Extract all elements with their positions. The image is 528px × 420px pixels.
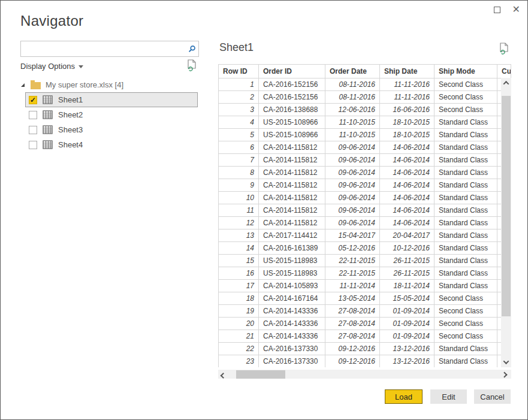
table-cell: CA-2017-114412 [259,229,325,242]
tree-item-sheet1[interactable]: ✓ Sheet1 [25,92,198,107]
table-cell: 14-06-2014 [380,154,435,167]
table-cell: 7 [219,154,259,167]
table-cell: 13 [219,229,259,242]
table-cell: Standard Class [435,217,497,229]
scroll-up-icon[interactable] [501,78,511,88]
table-row: 13CA-2017-11441215-04-201720-04-2017Stan… [219,229,511,242]
navigator-dialog: ✕ Navigator Display Options [0,0,528,420]
sheet-checkbox[interactable] [29,111,37,119]
table-row: 16US-2015-11898322-11-201526-11-2015Stan… [219,267,511,280]
search-icon[interactable] [185,43,198,56]
sheet-checkbox[interactable] [29,126,37,134]
table-row: 1CA-2016-15215608-11-201611-11-2016Secon… [219,78,511,91]
table-cell: 26-11-2015 [380,255,435,267]
tree-item-label: Sheet3 [58,125,83,134]
tree-item-sheet2[interactable]: Sheet2 [25,107,198,122]
window-controls: ✕ [494,5,520,14]
table-row: 4US-2015-10896611-10-201518-10-2015Stand… [219,116,511,129]
table-cell: 09-06-2014 [325,141,380,154]
vertical-scroll-thumb[interactable] [502,96,511,316]
column-header: Cus [497,65,511,78]
cancel-button[interactable]: Cancel [474,389,511,404]
table-cell: 01-09-2014 [380,318,435,330]
table-cell: 5 [219,129,259,141]
table-icon [43,140,53,149]
table-cell: 23 [219,355,259,368]
table-row: 2CA-2016-15215608-11-201611-11-2016Secon… [219,91,511,104]
maximize-icon[interactable] [494,7,500,13]
sheet-checkbox[interactable]: ✓ [29,96,37,104]
table-cell: Standard Class [435,343,497,355]
table-cell: 09-06-2014 [325,154,380,167]
table-row: 17CA-2014-10589311-11-201418-11-2014Stan… [219,280,511,292]
table-cell: CA-2014-143336 [259,305,325,318]
table-cell: CA-2016-152156 [259,78,325,91]
table-cell: 13-12-2016 [380,343,435,355]
table-cell: Second Class [435,318,497,330]
table-cell: Second Class [435,91,497,104]
table-row: 15US-2015-11898322-11-201526-11-2015Stan… [219,255,511,267]
folder-icon [31,82,41,89]
vertical-scrollbar[interactable] [501,78,511,367]
table-cell: 8 [219,167,259,179]
table-cell: Standard Class [435,167,497,179]
table-row: 20CA-2014-14333627-08-201401-09-2014Seco… [219,318,511,330]
horizontal-scroll-thumb[interactable] [236,370,285,379]
table-cell: 20 [219,318,259,330]
table-cell: 21 [219,330,259,343]
search-input[interactable] [21,41,185,56]
table-cell: 27-08-2014 [325,330,380,343]
edit-button[interactable]: Edit [430,389,467,404]
tree-item-label: Sheet4 [58,140,83,149]
table-cell: 09-06-2014 [325,167,380,179]
tree-item-sheet3[interactable]: Sheet3 [25,122,198,137]
tree-root-workbook[interactable]: My super store.xlsx [4] [17,77,201,92]
table-cell: 11-11-2016 [380,78,435,91]
tree-item-sheet4[interactable]: Sheet4 [25,137,198,152]
table-cell: Standard Class [435,179,497,192]
column-header: Order Date [325,65,380,78]
table-row: 3CA-2016-13868812-06-201616-06-2016Secon… [219,104,511,116]
table-cell: 16 [219,267,259,280]
table-cell: 18-11-2014 [380,280,435,292]
table-cell: 27-08-2014 [325,318,380,330]
table-cell: 16-06-2016 [380,104,435,116]
sheet-checkbox[interactable] [29,141,37,149]
load-button[interactable]: Load [385,389,423,404]
table-cell: 09-06-2014 [325,179,380,192]
table-cell: 3 [219,104,259,116]
table-row: 12CA-2014-11581209-06-201414-06-2014Stan… [219,217,511,229]
table-cell: 14-06-2014 [380,179,435,192]
table-cell: CA-2014-115812 [259,217,325,229]
table-cell: 09-12-2016 [325,355,380,368]
table-cell: US-2015-108966 [259,116,325,129]
table-row: 5US-2015-10896611-10-201518-10-2015Stand… [219,129,511,141]
table-cell: 01-09-2014 [380,330,435,343]
table-cell: 08-11-2016 [325,91,380,104]
table-icon [43,95,53,104]
table-cell: Second Class [435,292,497,305]
close-icon[interactable]: ✕ [512,5,520,14]
expand-collapse-icon[interactable] [21,83,25,87]
table-cell: 27-08-2014 [325,305,380,318]
table-cell: 10-12-2016 [380,242,435,255]
tree-item-label: Sheet1 [58,95,83,104]
preview-title: Sheet1 [219,41,254,54]
refresh-source-icon[interactable] [187,59,197,74]
scroll-down-icon[interactable] [501,357,511,367]
refresh-preview-icon[interactable] [499,43,509,58]
table-cell: 18 [219,292,259,305]
table-cell: 01-09-2014 [380,305,435,318]
table-row: 18CA-2014-16716413-05-201415-05-2014Seco… [219,292,511,305]
table-cell: 14-06-2014 [380,167,435,179]
table-cell: 6 [219,141,259,154]
table-cell: CA-2014-143336 [259,330,325,343]
table-cell: 15-04-2017 [325,229,380,242]
table-cell: Standard Class [435,141,497,154]
table-cell: 05-12-2016 [325,242,380,255]
tree-root-label: My super store.xlsx [4] [46,80,123,89]
table-cell: 12 [219,217,259,229]
table-cell: CA-2016-161389 [259,242,325,255]
table-cell: 18-10-2015 [380,129,435,141]
display-options-dropdown[interactable]: Display Options [20,62,83,71]
